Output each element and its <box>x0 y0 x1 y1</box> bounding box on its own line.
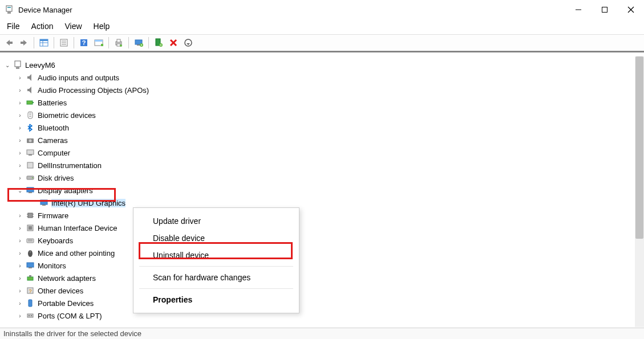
chevron-right-icon[interactable]: › <box>16 161 24 169</box>
ctx-update-driver[interactable]: Update driver <box>133 213 299 230</box>
svg-point-40 <box>29 140 32 142</box>
svg-rect-65 <box>29 275 31 277</box>
tree-item[interactable]: ›Biometric devices <box>3 109 644 121</box>
svg-rect-47 <box>29 192 32 193</box>
ctx-disable-device[interactable]: Disable device <box>133 230 299 247</box>
svg-rect-56 <box>29 226 32 230</box>
tree-item-display-adapters[interactable]: ⌄Display adapters <box>3 184 644 197</box>
tree-item[interactable]: ›Keyboards <box>3 234 644 247</box>
chevron-right-icon[interactable]: › <box>16 99 24 107</box>
tree-item[interactable]: ›Disk drives <box>3 171 644 184</box>
tree-item[interactable]: ›Batteries <box>3 96 644 109</box>
chevron-right-icon[interactable]: › <box>16 249 24 257</box>
portable-device-icon <box>25 298 35 308</box>
svg-rect-69 <box>27 314 33 317</box>
menu-action[interactable]: Action <box>27 21 58 32</box>
chevron-right-icon[interactable]: › <box>16 86 24 94</box>
chevron-right-icon[interactable]: › <box>16 299 24 307</box>
help-button[interactable]: ? <box>77 36 91 50</box>
ctx-properties[interactable]: Properties <box>133 291 299 308</box>
print-button[interactable] <box>112 36 125 50</box>
chevron-right-icon[interactable]: › <box>16 211 24 219</box>
status-text: Ininstalls the driver for the selected d… <box>3 329 141 338</box>
tree-item[interactable]: ›Firmware <box>3 209 644 222</box>
device-tree[interactable]: ⌄ LeevyM6 ›Audio inputs and outputs ›Aud… <box>0 56 644 322</box>
ctx-scan-hardware[interactable]: Scan for hardware changes <box>133 269 299 286</box>
tree-root[interactable]: ⌄ LeevyM6 <box>3 59 644 71</box>
svg-rect-50 <box>28 213 33 218</box>
maximize-button[interactable] <box>592 0 618 19</box>
minimize-button[interactable] <box>565 0 592 19</box>
svg-rect-42 <box>29 154 32 156</box>
tree-item[interactable]: ›Portable Devices <box>3 297 644 309</box>
svg-rect-68 <box>29 300 32 307</box>
bluetooth-icon <box>25 122 35 133</box>
keyboard-icon <box>25 235 35 246</box>
chevron-down-icon[interactable]: ⌄ <box>3 61 11 69</box>
menu-file[interactable]: File <box>2 21 25 32</box>
svg-text:?: ? <box>29 288 31 294</box>
svg-rect-64 <box>27 277 33 280</box>
chevron-right-icon[interactable]: › <box>16 136 24 144</box>
chevron-right-icon[interactable]: › <box>16 312 24 320</box>
tree-item[interactable]: ›Computer <box>3 146 644 159</box>
tree-item-intel-uhd[interactable]: Intel(R) UHD Graphics <box>3 197 644 209</box>
chevron-right-icon[interactable]: › <box>16 174 24 182</box>
scan-hardware-button[interactable] <box>132 36 145 50</box>
separator <box>148 37 149 48</box>
tree-item[interactable]: ›Cameras <box>3 134 644 146</box>
chevron-right-icon[interactable]: › <box>16 224 24 232</box>
chevron-right-icon[interactable]: › <box>16 236 24 244</box>
tree-item[interactable]: ›Monitors <box>3 259 644 272</box>
tree-item[interactable]: ›Human Interface Device <box>3 222 644 234</box>
hid-icon <box>25 223 35 233</box>
disk-icon <box>25 173 35 183</box>
tree-item[interactable]: ›Network adapters <box>3 272 644 284</box>
ctx-uninstall-device[interactable]: Uninstall device <box>133 247 299 264</box>
chevron-right-icon[interactable]: › <box>16 111 24 119</box>
chevron-right-icon[interactable]: › <box>16 149 24 157</box>
separator <box>139 288 293 289</box>
port-icon <box>25 311 35 321</box>
window-title: Device Manager <box>18 6 72 14</box>
close-button[interactable] <box>618 0 644 19</box>
chevron-right-icon[interactable]: › <box>16 124 24 132</box>
menu-view[interactable]: View <box>60 21 86 32</box>
chevron-right-icon[interactable]: › <box>16 262 24 269</box>
svg-point-71 <box>31 315 32 316</box>
computer-icon <box>25 148 35 158</box>
chevron-down-icon[interactable]: ⌄ <box>16 186 24 194</box>
properties-button[interactable] <box>57 36 71 50</box>
svg-rect-2 <box>7 7 11 8</box>
tree-item[interactable]: ›Ports (COM & LPT) <box>3 309 644 322</box>
tree-item[interactable]: ›Bluetooth <box>3 121 644 134</box>
update-driver-button[interactable] <box>181 36 195 50</box>
svg-rect-35 <box>16 67 19 69</box>
svg-rect-20 <box>95 40 103 42</box>
enable-device-button[interactable] <box>152 36 165 50</box>
display-icon <box>25 185 35 195</box>
status-bar: Ininstalls the driver for the selected d… <box>0 328 644 339</box>
scrollbar-thumb[interactable] <box>635 56 643 239</box>
tree-item[interactable]: ›DellInstrumentation <box>3 159 644 171</box>
svg-rect-48 <box>40 200 47 205</box>
mouse-icon <box>25 248 35 258</box>
separator <box>108 37 109 48</box>
tree-item[interactable]: ›Audio inputs and outputs <box>3 71 644 84</box>
show-hide-tree-button[interactable] <box>37 36 51 50</box>
forward-button[interactable] <box>17 36 31 50</box>
chevron-right-icon[interactable]: › <box>16 73 24 81</box>
chip-icon <box>25 210 35 220</box>
back-button[interactable] <box>2 36 16 50</box>
tree-item[interactable]: ›?Other devices <box>3 284 644 297</box>
action-button[interactable] <box>92 36 106 50</box>
chevron-right-icon[interactable]: › <box>16 274 24 282</box>
tree-item[interactable]: ›Audio Processing Objects (APOs) <box>3 84 644 96</box>
svg-rect-10 <box>40 39 48 41</box>
menu-help[interactable]: Help <box>89 21 115 32</box>
context-menu: Update driver Disable device Uninstall d… <box>133 207 299 313</box>
chevron-right-icon[interactable]: › <box>16 287 24 295</box>
tree-item[interactable]: ›Mice and other pointing <box>3 247 644 259</box>
vertical-scrollbar[interactable] <box>635 56 644 327</box>
uninstall-device-button[interactable] <box>167 36 180 50</box>
